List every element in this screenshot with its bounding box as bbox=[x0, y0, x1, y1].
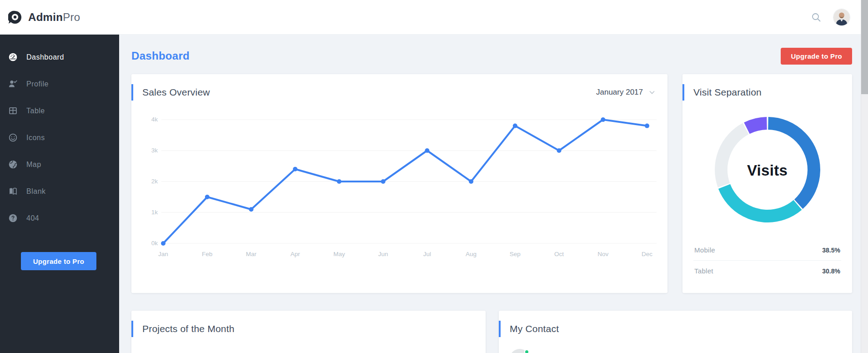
legend-row-tablet: Tablet 30.8% bbox=[693, 260, 841, 281]
svg-text:1k: 1k bbox=[151, 209, 158, 216]
page-scrollbar-track[interactable] bbox=[861, 0, 868, 353]
sidebar: Dashboard Profile Table bbox=[0, 35, 119, 353]
table-icon bbox=[8, 106, 18, 116]
visit-separation-card: Visit Separation Visits Mobile 38.5% Tab… bbox=[682, 74, 852, 293]
topbar: AdminPro bbox=[0, 0, 868, 35]
svg-text:Jun: Jun bbox=[378, 251, 388, 257]
gauge-icon bbox=[8, 52, 18, 62]
card-accent-bar bbox=[131, 321, 133, 337]
brand-name-light: Pro bbox=[63, 11, 80, 23]
legend-value: 30.8% bbox=[822, 267, 840, 275]
contact-avatar bbox=[510, 349, 530, 353]
sidebar-item-blank[interactable]: Blank bbox=[0, 178, 119, 205]
main-content: Dashboard Upgrade to Pro Sales Overview … bbox=[119, 35, 868, 353]
sidebar-item-dashboard[interactable]: Dashboard bbox=[0, 44, 119, 71]
visit-card-title: Visit Separation bbox=[693, 84, 841, 101]
contact-card: My Contact Daniel bbox=[499, 311, 852, 353]
page-scrollbar-thumb[interactable] bbox=[861, 0, 868, 94]
svg-text:Apr: Apr bbox=[291, 251, 301, 257]
visits-donut-chart: Visits bbox=[715, 117, 820, 224]
adminpro-logo-icon bbox=[8, 10, 22, 24]
svg-text:Jul: Jul bbox=[423, 251, 431, 257]
svg-text:2k: 2k bbox=[151, 178, 158, 185]
cards-row-top: Sales Overview January 2017 0k1k2k3k4kJa… bbox=[131, 74, 852, 293]
page-header: Dashboard Upgrade to Pro bbox=[131, 47, 852, 65]
legend-row-mobile: Mobile 38.5% bbox=[693, 240, 841, 260]
line-chart-svg: 0k1k2k3k4kJanFebMarAprMayJunJulAugSepOct… bbox=[142, 112, 657, 267]
chevron-down-icon bbox=[647, 88, 657, 97]
contact-card-title: My Contact bbox=[510, 321, 841, 337]
brand-logo[interactable]: AdminPro bbox=[0, 10, 80, 24]
brand-name: AdminPro bbox=[28, 11, 80, 24]
sidebar-item-label: Icons bbox=[26, 134, 45, 142]
help-circle-icon bbox=[8, 213, 18, 223]
user-avatar[interactable] bbox=[833, 9, 850, 25]
sidebar-item-label: Table bbox=[26, 107, 45, 115]
book-icon bbox=[8, 187, 18, 196]
legend-label: Mobile bbox=[694, 246, 715, 254]
svg-text:Nov: Nov bbox=[597, 251, 608, 257]
svg-text:3k: 3k bbox=[151, 147, 158, 154]
svg-text:Mar: Mar bbox=[246, 251, 257, 257]
sidebar-upgrade-button[interactable]: Upgrade to Pro bbox=[21, 252, 96, 270]
page-title: Dashboard bbox=[131, 50, 190, 62]
sidebar-item-table[interactable]: Table bbox=[0, 97, 119, 124]
period-selector-value: January 2017 bbox=[596, 88, 643, 97]
sidebar-nav: Dashboard Profile Table bbox=[0, 35, 119, 232]
smiley-icon bbox=[8, 133, 18, 142]
cards-row-bottom: Projects of the Month My Contact Daniel bbox=[131, 311, 852, 353]
donut-center-label: Visits bbox=[715, 117, 820, 224]
card-accent-bar bbox=[131, 84, 133, 101]
globe-icon bbox=[8, 160, 18, 169]
sidebar-item-profile[interactable]: Profile bbox=[0, 71, 119, 97]
sales-overview-card: Sales Overview January 2017 0k1k2k3k4kJa… bbox=[131, 74, 667, 293]
projects-card: Projects of the Month bbox=[131, 311, 486, 353]
projects-card-title: Projects of the Month bbox=[142, 321, 475, 337]
brand-name-bold: Admin bbox=[28, 11, 63, 23]
sidebar-item-label: 404 bbox=[26, 214, 39, 222]
sidebar-item-label: Blank bbox=[26, 187, 46, 196]
sidebar-item-label: Map bbox=[26, 161, 41, 169]
user-avatar-image bbox=[833, 9, 850, 25]
svg-text:Feb: Feb bbox=[202, 251, 212, 257]
svg-text:May: May bbox=[333, 251, 345, 257]
svg-text:Aug: Aug bbox=[466, 251, 477, 257]
card-accent-bar bbox=[682, 84, 684, 101]
sidebar-item-label: Profile bbox=[26, 80, 49, 88]
sales-line-chart: 0k1k2k3k4kJanFebMarAprMayJunJulAugSepOct… bbox=[142, 112, 657, 269]
sales-card-title: Sales Overview bbox=[142, 84, 210, 101]
svg-text:Jan: Jan bbox=[158, 251, 168, 257]
sales-card-header: Sales Overview January 2017 bbox=[142, 84, 657, 101]
sidebar-item-map[interactable]: Map bbox=[0, 151, 119, 178]
legend-label: Tablet bbox=[694, 267, 713, 275]
card-accent-bar bbox=[499, 321, 501, 337]
svg-text:0k: 0k bbox=[151, 240, 158, 247]
svg-text:Oct: Oct bbox=[554, 251, 564, 257]
contact-list-item[interactable]: Daniel bbox=[510, 349, 841, 353]
visit-legend: Mobile 38.5% Tablet 30.8% bbox=[693, 240, 841, 281]
sidebar-item-label: Dashboard bbox=[26, 53, 64, 61]
legend-value: 38.5% bbox=[822, 247, 840, 254]
upgrade-to-pro-button[interactable]: Upgrade to Pro bbox=[781, 48, 852, 65]
online-status-dot bbox=[524, 349, 529, 353]
period-selector[interactable]: January 2017 bbox=[596, 88, 657, 97]
user-check-icon bbox=[8, 79, 18, 89]
search-icon[interactable] bbox=[811, 12, 822, 23]
sidebar-item-404[interactable]: 404 bbox=[0, 205, 119, 232]
svg-text:4k: 4k bbox=[151, 116, 158, 123]
sidebar-item-icons[interactable]: Icons bbox=[0, 124, 119, 151]
svg-text:Sep: Sep bbox=[510, 251, 521, 257]
svg-text:Dec: Dec bbox=[642, 251, 652, 257]
topbar-actions bbox=[811, 9, 868, 25]
